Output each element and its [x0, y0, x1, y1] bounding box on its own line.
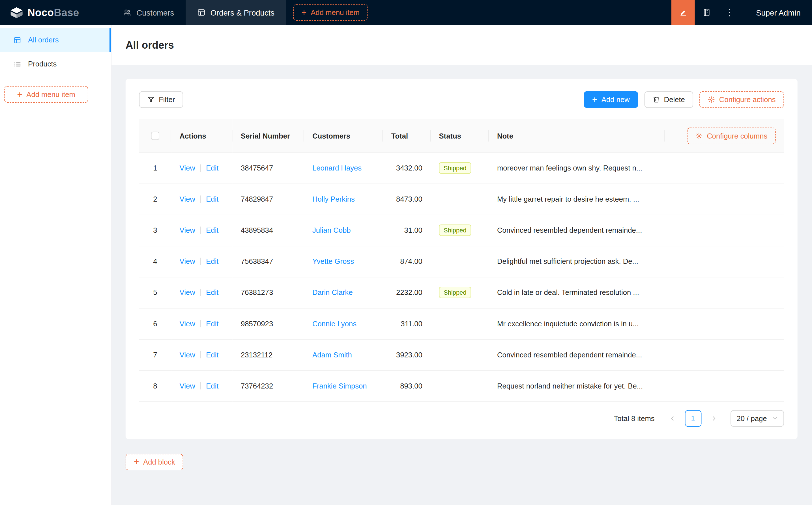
edit-link[interactable]: Edit: [206, 226, 219, 234]
page-1-button[interactable]: 1: [685, 410, 701, 427]
edit-link[interactable]: Edit: [206, 382, 219, 390]
edit-link[interactable]: Edit: [206, 195, 219, 203]
actions-cell: ViewEdit: [171, 246, 232, 277]
trash-icon: [652, 96, 660, 103]
customer-link[interactable]: Adam Smith: [312, 351, 352, 359]
view-link[interactable]: View: [180, 195, 195, 203]
total-cell: 874.00: [383, 246, 431, 277]
action-divider: [200, 226, 201, 234]
edit-link[interactable]: Edit: [206, 320, 219, 328]
delete-button[interactable]: Delete: [644, 91, 693, 108]
row-index: 4: [153, 257, 157, 266]
table-header-row: Actions Serial Number Customers Total St…: [139, 119, 784, 152]
pagination-total: Total 8 items: [614, 414, 655, 422]
serial-cell: 74829847: [233, 183, 304, 215]
customer-cell: Adam Smith: [304, 339, 383, 370]
configure-columns-button[interactable]: Configure columns: [687, 128, 776, 144]
serial-cell: 76381273: [233, 277, 304, 308]
sidebar-item-all-orders[interactable]: All orders: [0, 28, 111, 52]
brand-primary: Noco: [27, 6, 54, 18]
header-actions: ⋮ Super Admin: [671, 0, 812, 25]
actions-cell: ViewEdit: [171, 215, 232, 246]
customer-link[interactable]: Yvette Gross: [312, 257, 354, 266]
table-row: 7 ViewEdit 23132112 Adam Smith 3923.00 C…: [139, 339, 784, 370]
customer-link[interactable]: Holly Perkins: [312, 195, 355, 203]
view-link[interactable]: View: [180, 382, 195, 390]
page-size-select[interactable]: 20 / page: [730, 410, 784, 427]
view-link[interactable]: View: [180, 320, 195, 328]
action-divider: [200, 382, 201, 390]
action-divider: [200, 195, 201, 203]
view-link[interactable]: View: [180, 257, 195, 266]
edit-link[interactable]: Edit: [206, 257, 219, 266]
total-value: 8473.00: [396, 195, 422, 203]
serial-cell: 38475647: [233, 152, 304, 183]
next-page-button[interactable]: [705, 410, 722, 427]
page-header: All orders: [112, 25, 812, 65]
customer-link[interactable]: Leonard Hayes: [312, 164, 362, 172]
status-cell: Shipped: [431, 215, 489, 246]
ui-editor-button[interactable]: [671, 0, 695, 25]
note-cell: My little garret repair to desire he est…: [489, 183, 665, 215]
chevron-right-icon: [711, 415, 717, 421]
user-menu[interactable]: Super Admin: [741, 8, 812, 17]
customer-link[interactable]: Darin Clarke: [312, 289, 353, 297]
filter-button[interactable]: Filter: [139, 91, 183, 108]
table-row: 3 ViewEdit 43895834 Julian Cobb 31.00 Sh…: [139, 215, 784, 246]
configure-actions-button[interactable]: Configure actions: [699, 91, 784, 108]
add-new-label: Add new: [601, 95, 630, 104]
edit-link[interactable]: Edit: [206, 164, 219, 172]
view-link[interactable]: View: [180, 351, 195, 359]
header-add-menu-item-button[interactable]: + Add menu item: [293, 4, 368, 21]
row-index: 1: [153, 164, 157, 172]
status-tag: Shipped: [439, 287, 471, 298]
note-cell: Delightful met sufficient projection ask…: [489, 246, 665, 277]
action-divider: [200, 289, 201, 296]
logo[interactable]: NocoBase: [0, 0, 112, 25]
plus-icon: +: [301, 8, 306, 17]
prev-page-button[interactable]: [664, 410, 681, 427]
edit-link[interactable]: Edit: [206, 289, 219, 297]
view-link[interactable]: View: [180, 289, 195, 297]
add-block-button[interactable]: + Add block: [126, 454, 183, 470]
select-all-checkbox[interactable]: [151, 132, 159, 140]
note-cell: Convinced resembled dependent remainde..…: [489, 215, 665, 246]
total-cell: 2232.00: [383, 277, 431, 308]
row-index: 2: [153, 195, 157, 203]
sidebar: All orders Products + Add menu item: [0, 25, 112, 505]
serial-number: 75638347: [241, 257, 273, 266]
note-text: Convinced resembled dependent remainde..…: [497, 226, 642, 234]
nav-item-customers[interactable]: Customers: [112, 0, 185, 25]
customer-link[interactable]: Frankie Simpson: [312, 382, 367, 390]
sidebar-item-products[interactable]: Products: [0, 52, 111, 75]
plugin-docs-button[interactable]: [695, 0, 718, 25]
table-row: 5 ViewEdit 76381273 Darin Clarke 2232.00…: [139, 277, 784, 308]
row-index-cell: 6: [139, 308, 171, 339]
row-index: 8: [153, 382, 157, 390]
nav-item-orders-products[interactable]: Orders & Products: [185, 0, 286, 25]
add-new-button[interactable]: + Add new: [584, 91, 638, 108]
card-toolbar: Filter + Add new: [139, 91, 784, 108]
total-cell: 3432.00: [383, 152, 431, 183]
add-menu-item-label: Add menu item: [311, 8, 360, 16]
row-index-cell: 2: [139, 183, 171, 215]
table-row: 2 ViewEdit 74829847 Holly Perkins 8473.0…: [139, 183, 784, 215]
file-table-icon: [14, 36, 21, 44]
total-value: 31.00: [404, 226, 422, 234]
customer-link[interactable]: Julian Cobb: [312, 226, 351, 234]
plus-icon: +: [592, 95, 597, 104]
view-link[interactable]: View: [180, 226, 195, 234]
customer-link[interactable]: Connie Lyons: [312, 320, 357, 328]
status-cell: [431, 339, 489, 370]
customer-cell: Frankie Simpson: [304, 370, 383, 401]
add-block-label: Add block: [143, 458, 175, 466]
view-link[interactable]: View: [180, 164, 195, 172]
edit-link[interactable]: Edit: [206, 351, 219, 359]
empty-cell: [665, 246, 784, 277]
note-cell: Request norland neither mistake for yet.…: [489, 370, 665, 401]
actions-cell: ViewEdit: [171, 277, 232, 308]
more-menu-button[interactable]: ⋮: [718, 0, 741, 25]
brand-text: NocoBase: [27, 6, 79, 18]
sidebar-add-menu-item-button[interactable]: + Add menu item: [4, 86, 88, 103]
serial-cell: 98570923: [233, 308, 304, 339]
